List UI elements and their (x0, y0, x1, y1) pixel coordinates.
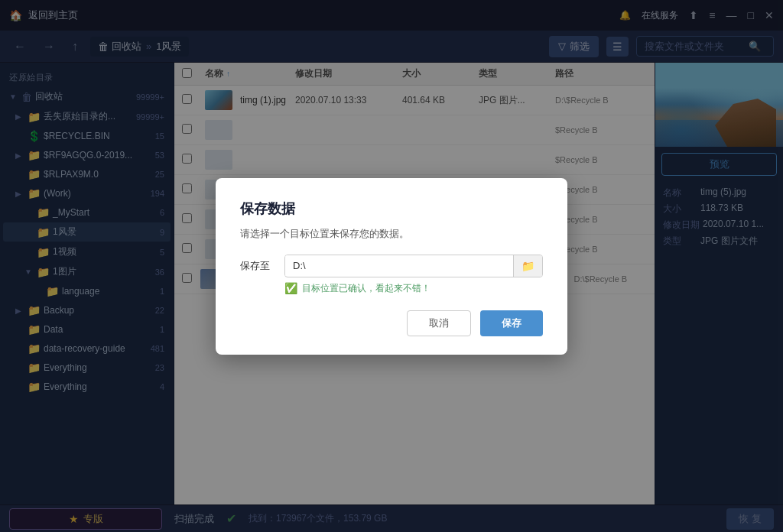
save-hint-text: 目标位置已确认，看起来不错！ (302, 282, 430, 295)
browse-icon: 📁 (521, 260, 534, 272)
save-to-input[interactable] (285, 255, 513, 276)
modal-title: 保存数据 (240, 200, 543, 218)
modal-description: 请选择一个目标位置来保存您的数据。 (240, 227, 543, 241)
save-to-label: 保存至 (240, 259, 277, 273)
save-data-modal: 保存数据 请选择一个目标位置来保存您的数据。 保存至 📁 ✅ 目标位置已确认，看… (216, 178, 567, 355)
save-button[interactable]: 保存 (480, 310, 543, 336)
save-to-row: 保存至 📁 (240, 255, 543, 277)
cancel-button[interactable]: 取消 (407, 310, 471, 336)
save-to-input-wrapper: 📁 (284, 255, 543, 277)
save-hint: ✅ 目标位置已确认，看起来不错！ (284, 282, 543, 295)
modal-desc-text: 请选择一个目标位置来保存您的数据。 (240, 228, 409, 239)
browse-button[interactable]: 📁 (513, 255, 542, 277)
modal-overlay: 保存数据 请选择一个目标位置来保存您的数据。 保存至 📁 ✅ 目标位置已确认，看… (0, 0, 783, 532)
modal-buttons: 取消 保存 (240, 310, 543, 336)
check-circle-icon: ✅ (284, 282, 297, 294)
